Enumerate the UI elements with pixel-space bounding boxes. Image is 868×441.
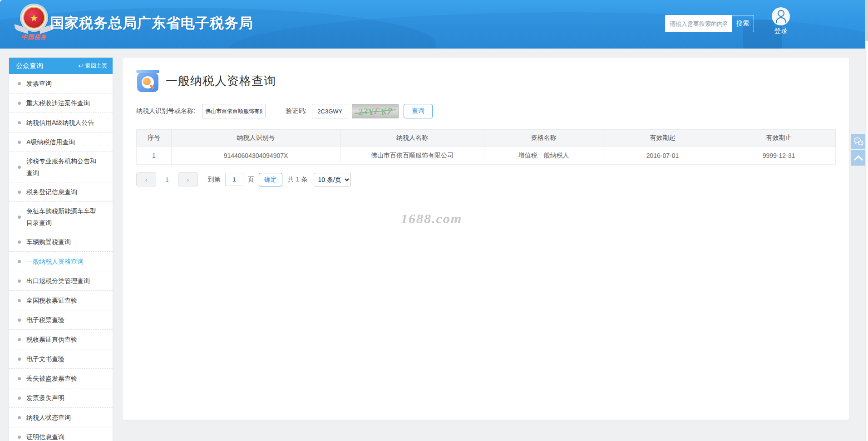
prev-page-button[interactable]: ‹ [136,172,156,186]
sidebar-item-invoice-query[interactable]: 发票查询 [9,74,113,93]
sidebar-item-proof-info-query[interactable]: 证明信息查询 [9,427,113,441]
table-header-row: 序号 纳税人识别号 纳税人名称 资格名称 有效期起 有效期止 [137,130,836,147]
sidebar-item-electronic-tax-ticket[interactable]: 电子税票查验 [9,310,113,330]
bullet-icon [18,141,21,144]
total-count-label: 共 1 条 [288,176,308,184]
sidebar-item-national-tax-certificate[interactable]: 全国税收票证查验 [9,291,113,310]
national-emblem-icon: ★ [20,4,48,32]
next-page-button[interactable]: › [178,172,198,186]
sidebar-item-tax-registration[interactable]: 税务登记信息查询 [9,182,113,202]
bullet-icon [18,102,21,105]
bullet-icon [18,377,21,380]
page-unit-label: 页 [248,176,254,184]
bullet-icon [18,318,21,322]
header-search: 搜索 [665,15,754,32]
col-qualification: 资格名称 [484,130,603,147]
goto-label: 到第 [208,176,221,184]
sidebar-item-invoice-loss-statement[interactable]: 发票遗失声明 [9,388,113,408]
result-table: 序号 纳税人识别号 纳税人名称 资格名称 有效期起 有效期止 1 9144060… [136,129,836,165]
watermark: 1688.com [401,211,462,226]
sidebar-item-taxpayer-status[interactable]: 纳税人状态查询 [9,408,113,427]
query-button[interactable]: 查询 [404,104,433,118]
back-home-label: 返回主页 [85,62,107,70]
cell-valid-from: 2016-07-01 [603,147,722,165]
bullet-icon [18,166,21,169]
bullet-icon [18,279,21,283]
tax-bureau-logo: ★ 中国税务 [14,3,54,41]
bullet-icon [18,82,21,85]
goto-page-input[interactable] [225,173,243,186]
captcha-label: 验证码: [286,107,306,115]
cell-seq: 1 [137,147,172,165]
bullet-icon [18,338,21,341]
site-title: 国家税务总局广东省电子税务局 [50,14,253,33]
captcha-image[interactable]: 23YEK7 [352,104,399,118]
search-input[interactable] [666,15,731,32]
login-label: 登录 [770,27,792,35]
bullet-icon [18,240,21,244]
sidebar-item-general-taxpayer-query[interactable]: 一般纳税人资格查询 [9,252,113,271]
logo-caption: 中国税务 [14,33,54,41]
public-query-sidebar: 公众查询 ↩ 返回主页 发票查询 重大税收违法案件查询 纳税信用A级纳税人公告 … [9,58,113,441]
bullet-icon [18,416,21,419]
sidebar-item-credit-a-announcement[interactable]: 纳税信用A级纳税人公告 [9,113,113,132]
page-title-row: 一般纳税人资格查询 [137,69,849,92]
user-avatar-icon [772,7,790,25]
back-home-link[interactable]: ↩ 返回主页 [78,62,107,70]
app-header: ★ 中国税务 国家税务总局广东省电子税务局 搜索 登录 [0,0,868,49]
wechat-button[interactable] [851,134,866,149]
login-button[interactable]: 登录 [770,7,792,35]
query-jar-icon [137,73,158,92]
col-taxpayer-name: 纳税人名称 [340,130,484,147]
scrollbar-thumb[interactable] [865,0,868,41]
app-window: ★ 中国税务 国家税务总局广东省电子税务局 搜索 登录 公众查询 ↩ 返回主页 … [0,0,868,441]
col-valid-to: 有效期止 [722,130,836,147]
col-taxpayer-id: 纳税人识别号 [172,130,340,147]
bullet-icon [18,436,21,439]
sidebar-item-credit-a-query[interactable]: A级纳税信用查询 [9,132,113,152]
sidebar-header: 公众查询 ↩ 返回主页 [9,58,113,74]
bullet-icon [18,121,21,124]
cell-taxpayer-id: 91440604304094907X [172,147,340,165]
confirm-page-button[interactable]: 确定 [259,173,282,186]
search-button[interactable]: 搜索 [731,15,754,32]
floating-toolbar [851,134,866,167]
back-arrow-icon: ↩ [78,63,84,69]
cell-valid-to: 9999-12-31 [722,147,836,165]
table-row: 1 91440604304094907X 佛山市百依百顺服饰有限公司 增值税一般… [137,147,836,165]
col-seq: 序号 [137,130,172,147]
sidebar-item-electronic-document[interactable]: 电子文书查验 [9,349,113,369]
bullet-icon [18,358,21,361]
query-form: 纳税人识别号或名称: 验证码: 23YEK7 查询 [136,104,849,118]
bullet-icon [18,191,21,194]
pagination: ‹ 1 › 到第 页 确定 共 1 条 10 条/页 [136,172,849,186]
page-size-select[interactable]: 10 条/页 [314,173,351,186]
cell-taxpayer-name: 佛山市百依百顺服饰有限公司 [340,147,484,165]
sidebar-item-certificate-authenticity[interactable]: 税收票证真伪查验 [9,330,113,349]
sidebar-item-vehicle-purchase-tax[interactable]: 车辆购置税查询 [9,232,113,252]
taxpayer-label: 纳税人识别号或名称: [136,107,195,115]
taxpayer-input[interactable] [202,104,266,118]
bullet-icon [18,216,21,219]
bullet-icon [18,299,21,302]
sidebar-title: 公众查询 [16,62,43,70]
sidebar-item-new-energy-vehicle[interactable]: 免征车购税新能源车车型目录查询 [9,202,113,232]
bullet-icon [18,397,21,400]
sidebar-item-major-tax-violation[interactable]: 重大税收违法案件查询 [9,93,113,113]
chevron-up-icon [854,155,863,164]
page-title: 一般纳税人资格查询 [166,73,276,89]
col-valid-from: 有效期起 [603,130,722,147]
sidebar-item-lost-stolen-invoice[interactable]: 丢失被盗发票查验 [9,369,113,388]
main-content-panel: 一般纳税人资格查询 纳税人识别号或名称: 验证码: 23YEK7 查询 序号 纳… [123,58,849,420]
captcha-input[interactable] [312,104,348,118]
back-to-top-button[interactable] [851,150,866,166]
sidebar-item-tax-service-agency[interactable]: 涉税专业服务机构公告和查询 [9,152,113,182]
wechat-icon [853,137,864,147]
scrollbar-track[interactable] [865,0,868,441]
sidebar-item-export-rebate[interactable]: 出口退税分类管理查询 [9,271,113,291]
page-number-1[interactable]: 1 [165,176,169,183]
cell-qualification: 增值税一般纳税人 [484,147,603,165]
bullet-icon [18,260,21,263]
